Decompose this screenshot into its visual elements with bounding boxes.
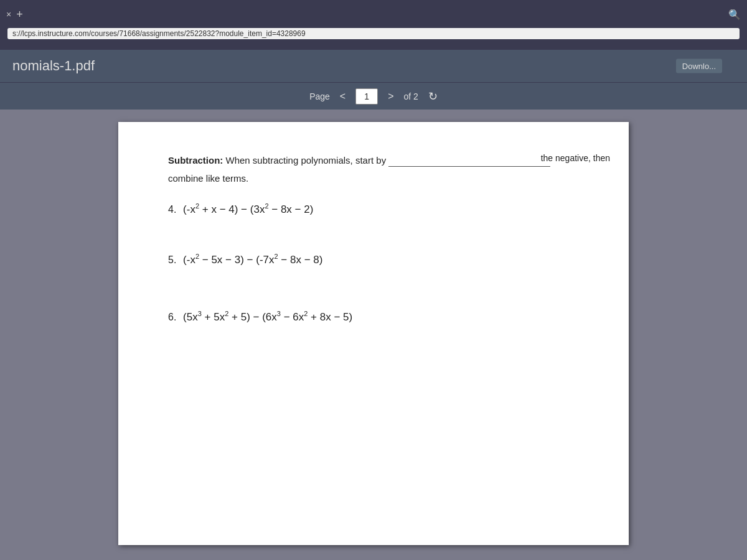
subtraction-bold: Subtraction: [168, 155, 223, 166]
right-hint-text: the negative, then [541, 153, 610, 163]
problem-5-expr: (-x2 − 5x − 3) − (-7x2 − 8x − 8) [183, 254, 322, 266]
fill-line [388, 166, 550, 167]
subtraction-text: When subtracting polynomials, start by [223, 155, 386, 166]
search-icon[interactable]: 🔍 [728, 9, 741, 21]
tab-add-button[interactable]: + [16, 8, 23, 21]
problem-5-number: 5. [168, 254, 176, 265]
prev-page-button[interactable]: < [336, 90, 349, 103]
problem-4-number: 4. [168, 204, 176, 215]
subtraction-intro: Subtraction: When subtracting polynomial… [168, 153, 591, 168]
problem-6-number: 6. [168, 312, 176, 322]
app-header: nomials-1.pdf Downlo... [0, 50, 747, 82]
download-button[interactable]: Downlo... [676, 59, 722, 73]
problem-6-expr: (5x3 + 5x2 + 5) − (6x3 − 6x2 + 8x − 5) [183, 311, 352, 323]
pdf-page: the negative, then Subtraction: When sub… [118, 122, 629, 545]
subtraction-section: Subtraction: When subtracting polynomial… [168, 153, 591, 184]
refresh-button[interactable]: ↻ [428, 90, 438, 103]
combine-text: combine like terms. [168, 173, 591, 184]
app-title: nomials-1.pdf [12, 58, 95, 74]
tab-close-button[interactable]: × [6, 9, 11, 19]
browser-chrome: × + 🔍 s://lcps.instructure.com/courses/7… [0, 0, 747, 50]
page-label: Page [309, 91, 330, 101]
total-pages: of 2 [404, 91, 418, 101]
problem-4-expr: (-x2 + x − 4) − (3x2 − 8x − 2) [183, 203, 313, 215]
address-bar[interactable]: s://lcps.instructure.com/courses/71668/a… [7, 28, 740, 39]
problem-6: 6. (5x3 + 5x2 + 5) − (6x3 − 6x2 + 8x − 5… [168, 310, 591, 324]
tab-bar: × + 🔍 [0, 0, 747, 24]
pdf-page-inner: the negative, then Subtraction: When sub… [168, 153, 591, 324]
problem-5: 5. (-x2 − 5x − 3) − (-7x2 − 8x − 8) [168, 253, 591, 267]
address-bar-row: s://lcps.instructure.com/courses/71668/a… [0, 24, 747, 44]
pdf-content: the negative, then Subtraction: When sub… [0, 110, 747, 560]
problem-4: 4. (-x2 + x − 4) − (3x2 − 8x − 2) [168, 202, 591, 216]
pdf-toolbar: Page < > of 2 ↻ [0, 82, 747, 110]
next-page-button[interactable]: > [384, 90, 397, 103]
page-number-input[interactable] [355, 88, 378, 105]
